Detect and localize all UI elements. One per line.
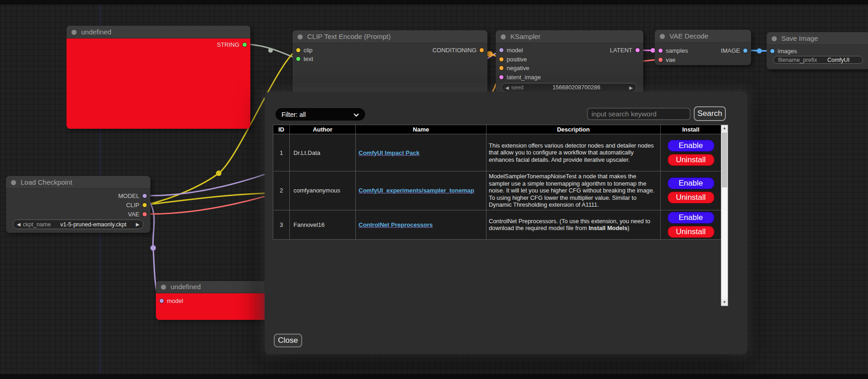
- node-save-image[interactable]: Save Image images filename_prefix ComfyU…: [767, 32, 868, 69]
- extension-description: This extension offers various detector n…: [487, 134, 661, 171]
- seed-widget[interactable]: ◀ seed 156680208700286 ▶: [501, 83, 637, 92]
- filter-dropdown[interactable]: Filter: all: [276, 108, 365, 121]
- node-title: undefined: [171, 283, 201, 291]
- node-title: Load Checkpoint: [21, 178, 72, 186]
- string-output-port[interactable]: [243, 43, 247, 47]
- canvas-edge-top: [0, 0, 868, 5]
- node-vae-decode[interactable]: VAE Decode samples vae IMAGE: [655, 30, 751, 65]
- node-body: [66, 38, 250, 129]
- wire-string-to-text: [250, 44, 297, 59]
- header-author: Author: [290, 125, 356, 134]
- text-input-port[interactable]: [296, 57, 300, 61]
- enable-button[interactable]: Enable: [668, 177, 714, 189]
- decrement-arrow-icon[interactable]: ◀: [17, 222, 21, 227]
- enable-button[interactable]: Enable: [668, 212, 714, 224]
- table-scrollbar[interactable]: ▲ ▼: [721, 125, 728, 306]
- vae-input-port[interactable]: [658, 58, 663, 62]
- input-slot-vae: vae: [658, 55, 675, 64]
- header-name: Name: [356, 125, 487, 134]
- extension-id: 2: [273, 171, 290, 210]
- extension-link[interactable]: ComfyUI Impact Pack: [359, 149, 420, 156]
- ckpt-name-widget[interactable]: ◀ ckpt_name v1-5-pruned-emaonly.ckpt ▶: [13, 220, 144, 229]
- comfyui-canvas[interactable]: undefined STRING CLIP Text Encode (Promp…: [0, 0, 868, 379]
- table-row: 3 Fannovel16 ControlNet Preprocessors Co…: [273, 210, 721, 239]
- node-collapse-dot-icon[interactable]: [11, 180, 16, 185]
- reroute-dot: [268, 48, 273, 53]
- node-ksampler[interactable]: KSampler model positive negative latent_…: [496, 30, 643, 94]
- table-row: 1 Dr.Lt.Data ComfyUI Impact Pack This ex…: [273, 134, 721, 171]
- model-input-port[interactable]: [499, 48, 503, 52]
- positive-input-port[interactable]: [499, 57, 503, 61]
- output-slot-conditioning: CONDITIONING: [432, 46, 484, 54]
- samples-input-port[interactable]: [658, 49, 663, 53]
- increment-arrow-icon[interactable]: ▶: [136, 222, 139, 227]
- input-slot-positive: positive: [499, 55, 527, 63]
- node-title: CLIP Text Encode (Prompt): [307, 33, 391, 40]
- vae-output-port[interactable]: [143, 212, 147, 216]
- node-title: KSampler: [510, 33, 541, 40]
- model-output-port[interactable]: [143, 194, 147, 198]
- input-slot-model: model: [499, 46, 523, 54]
- uninstall-button[interactable]: Uninstall: [668, 154, 714, 166]
- table-header-row: ID Author Name Description Install: [273, 125, 721, 134]
- node-undefined-bottom[interactable]: undefined model: [156, 281, 282, 320]
- input-slot-latent-image: latent_image: [499, 73, 541, 81]
- images-input-port[interactable]: [770, 49, 774, 53]
- decrement-arrow-icon[interactable]: ◀: [505, 85, 509, 90]
- reroute-dot: [150, 245, 156, 251]
- extension-link[interactable]: ControlNet Preprocessors: [359, 221, 433, 228]
- latent-output-port[interactable]: [636, 48, 640, 52]
- node-title: undefined: [81, 28, 111, 36]
- node-load-checkpoint[interactable]: Load Checkpoint MODEL CLIP VAE ◀ ckpt_na…: [6, 176, 150, 233]
- uninstall-button[interactable]: Uninstall: [668, 192, 714, 203]
- node-clip-text-encode[interactable]: CLIP Text Encode (Prompt) clip text COND…: [293, 30, 487, 94]
- output-slot-clip: CLIP: [126, 201, 147, 209]
- search-input[interactable]: [587, 108, 691, 120]
- extension-author: Fannovel16: [290, 210, 356, 239]
- extension-id: 3: [273, 210, 290, 239]
- output-slot-latent: LATENT: [610, 46, 640, 54]
- scroll-down-icon[interactable]: ▼: [721, 299, 728, 306]
- extension-id: 1: [273, 134, 290, 171]
- extension-description: ModelSamplerTonemapNoiseTest a node that…: [487, 171, 661, 210]
- scrollbar-thumb[interactable]: [722, 132, 727, 187]
- extension-author: comfyanonymous: [290, 171, 356, 210]
- node-titlebar: CLIP Text Encode (Prompt): [293, 30, 487, 43]
- output-slot-string: STRING: [217, 40, 247, 49]
- node-collapse-dot-icon[interactable]: [660, 34, 665, 39]
- conditioning-output-port[interactable]: [480, 48, 484, 52]
- extension-description: ControlNet Preprocessors. (To use this e…: [487, 210, 661, 239]
- uninstall-button[interactable]: Uninstall: [668, 226, 714, 238]
- table-row: 2 comfyanonymous ComfyUI_experiments/sam…: [273, 171, 721, 210]
- header-id: ID: [273, 125, 290, 134]
- input-slot-text: text: [296, 55, 313, 63]
- scroll-up-icon[interactable]: ▲: [721, 125, 728, 132]
- latent-image-input-port[interactable]: [499, 75, 503, 79]
- extension-author: Dr.Lt.Data: [290, 134, 356, 171]
- filename-prefix-widget[interactable]: filename_prefix ComfyUI: [773, 56, 863, 64]
- node-titlebar: VAE Decode: [655, 30, 751, 43]
- extension-link[interactable]: ComfyUI_experiments/sampler_tonemap: [359, 187, 474, 194]
- clip-input-port[interactable]: [296, 48, 300, 52]
- node-collapse-dot-icon[interactable]: [772, 36, 777, 41]
- enable-button[interactable]: Enable: [668, 140, 714, 152]
- node-collapse-dot-icon[interactable]: [298, 34, 303, 39]
- node-undefined-top[interactable]: undefined STRING: [66, 26, 250, 129]
- manager-dialog: Filter: all Search ID Author Name Descri…: [265, 92, 747, 354]
- extensions-table: ID Author Name Description Install 1 Dr.…: [273, 125, 721, 240]
- negative-input-port[interactable]: [499, 66, 503, 70]
- reroute-dot: [216, 170, 221, 176]
- image-output-port[interactable]: [743, 49, 747, 53]
- model-input-port[interactable]: [160, 299, 164, 303]
- input-slot-images: images: [770, 47, 797, 55]
- node-collapse-dot-icon[interactable]: [501, 34, 506, 39]
- node-collapse-dot-icon[interactable]: [161, 285, 166, 290]
- increment-arrow-icon[interactable]: ▶: [629, 85, 633, 90]
- close-button[interactable]: Close: [274, 334, 302, 347]
- node-collapse-dot-icon[interactable]: [72, 30, 77, 35]
- input-slot-negative: negative: [499, 64, 529, 72]
- header-description: Description: [487, 125, 661, 134]
- search-button[interactable]: Search: [694, 106, 726, 121]
- clip-output-port[interactable]: [143, 203, 147, 207]
- output-slot-model: MODEL: [118, 192, 147, 200]
